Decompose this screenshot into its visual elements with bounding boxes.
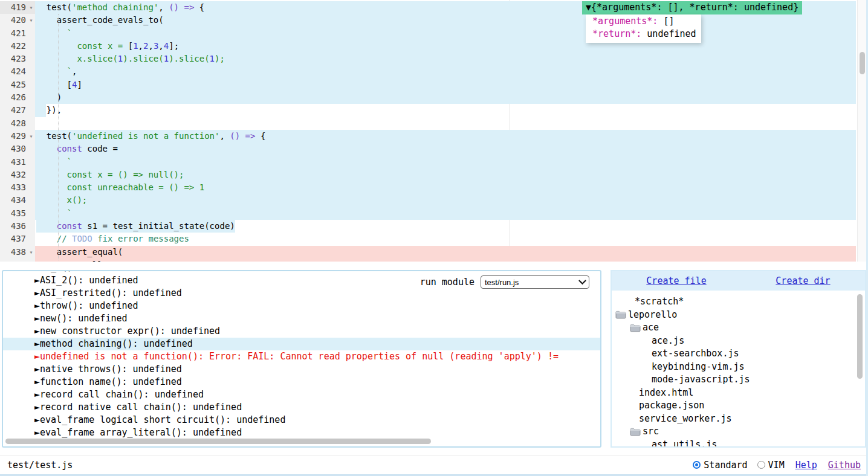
help-link[interactable]: Help bbox=[795, 460, 817, 471]
value-tooltip: ▼{*arguments*: [], *return*: undefined} … bbox=[582, 1, 802, 43]
tooltip-entry[interactable]: *arguments*: [] bbox=[587, 15, 696, 28]
line-number: 428 bbox=[0, 117, 35, 130]
expand-arrow-icon[interactable]: ► bbox=[34, 326, 40, 336]
expand-arrow-icon[interactable]: ► bbox=[34, 364, 40, 375]
run-module-value: test/run.js bbox=[485, 278, 580, 287]
expand-arrow-icon[interactable]: ► bbox=[34, 313, 40, 324]
test-result-item[interactable]: ►record call chain(): undefined bbox=[3, 388, 600, 401]
editor-vertical-scrollbar[interactable] bbox=[857, 0, 867, 262]
expand-arrow-icon[interactable]: ► bbox=[34, 351, 40, 362]
create-file-link[interactable]: Create file bbox=[646, 275, 706, 286]
test-result-item[interactable]: ►new(): undefined bbox=[3, 312, 600, 325]
expand-arrow-icon[interactable]: ► bbox=[34, 414, 40, 425]
expand-arrow-icon[interactable]: ► bbox=[34, 275, 40, 286]
test-result-item[interactable]: ►undefined is not a function(): Error: F… bbox=[3, 350, 600, 363]
test-result-item[interactable]: ►eval_frame array_literal(): undefined bbox=[3, 426, 600, 439]
code-line-content: x.slice(1).slice(1).slice(1); bbox=[35, 53, 856, 65]
fold-arrow-icon[interactable]: ▾ bbox=[27, 246, 35, 259]
code-line[interactable]: 426 ) bbox=[0, 91, 856, 104]
tree-file-item[interactable]: keybinding-vim.js bbox=[612, 361, 865, 374]
code-line[interactable]: 438▾ assert_equal( bbox=[0, 246, 856, 259]
test-result-item[interactable]: ►native throws(): undefined bbox=[3, 363, 600, 376]
run-module-select[interactable]: test/run.js bbox=[481, 275, 589, 289]
tree-folder-item[interactable]: src bbox=[612, 425, 865, 439]
test-result-item[interactable]: ►eval_frame logical short circuit(): und… bbox=[3, 414, 600, 426]
tree-item-label: *scratch* bbox=[635, 295, 684, 309]
run-module-control: run module test/run.js bbox=[420, 275, 589, 289]
mode-option-standard[interactable]: Standard bbox=[693, 460, 747, 471]
tree-folder-item[interactable]: ace bbox=[612, 321, 865, 335]
tree-file-item[interactable]: ace.js bbox=[612, 335, 865, 348]
code-line-content bbox=[35, 117, 856, 130]
code-line[interactable]: 439 s1.calltree bbox=[0, 259, 856, 262]
code-editor[interactable]: 419▾ test('method chaining', () => {420▾… bbox=[0, 0, 868, 262]
test-result-item[interactable]: ►throw(): undefined bbox=[3, 300, 600, 312]
line-number: 426 bbox=[0, 91, 35, 104]
line-number: 430 bbox=[0, 143, 35, 155]
tooltip-entry[interactable]: *return*: undefined bbox=[587, 28, 696, 41]
code-line[interactable]: 428 bbox=[0, 117, 856, 130]
code-line[interactable]: 431 ` bbox=[0, 156, 856, 169]
expand-arrow-icon[interactable]: ► bbox=[34, 338, 40, 349]
mode-option-vim[interactable]: VIM bbox=[757, 460, 785, 471]
tree-file-item[interactable]: ast_utils.js bbox=[612, 439, 865, 448]
line-number: 431 bbox=[0, 156, 35, 169]
code-line[interactable]: 437 // TODO fix error messages bbox=[0, 233, 856, 245]
tree-file-item[interactable]: ext-searchbox.js bbox=[612, 347, 865, 361]
test-result-item[interactable]: ►function name(): undefined bbox=[3, 376, 600, 388]
radio-button[interactable] bbox=[693, 461, 701, 469]
code-line[interactable]: 436 const s1 = test_initial_state(code) bbox=[0, 220, 856, 233]
expand-arrow-icon[interactable]: ► bbox=[34, 427, 40, 438]
current-file: test/test.js bbox=[7, 460, 73, 471]
create-dir-link[interactable]: Create dir bbox=[776, 275, 830, 286]
test-results-list: ►ASI_2(): undefined►ASI_restrited(): und… bbox=[3, 274, 600, 439]
code-line[interactable]: 433 const unreachable = () => 1 bbox=[0, 181, 856, 194]
horizontal-scrollbar[interactable] bbox=[5, 439, 595, 445]
test-result-item[interactable]: ►new constructor expr(): undefined bbox=[3, 325, 600, 338]
test-result-item[interactable]: ►method chaining(): undefined bbox=[3, 338, 600, 350]
tooltip-header[interactable]: ▼{*arguments*: [], *return*: undefined} bbox=[582, 1, 802, 14]
tree-item-label: ast_utils.js bbox=[652, 439, 717, 448]
fold-arrow-icon[interactable]: ▾ bbox=[27, 130, 35, 143]
scrollbar-thumb[interactable] bbox=[860, 52, 865, 74]
fold-arrow-icon[interactable]: ▾ bbox=[27, 1, 35, 14]
code-line[interactable]: 432 const x = () => null(); bbox=[0, 169, 856, 181]
code-line[interactable]: 430 const code = bbox=[0, 143, 856, 155]
tree-file-item[interactable]: index.html bbox=[612, 387, 865, 400]
code-line[interactable]: 424 `, bbox=[0, 65, 856, 78]
fold-arrow-icon[interactable]: ▾ bbox=[27, 14, 35, 27]
github-link[interactable]: Github bbox=[828, 460, 861, 471]
expand-arrow-icon[interactable]: ► bbox=[34, 288, 40, 298]
tree-item-label: leporello bbox=[628, 309, 677, 322]
code-line[interactable]: 434 x(); bbox=[0, 194, 856, 207]
line-number: 434 bbox=[0, 194, 35, 207]
tree-folder-item[interactable]: leporello bbox=[612, 309, 865, 322]
expand-arrow-icon[interactable]: ► bbox=[34, 389, 40, 400]
keybinding-modes: StandardVIM bbox=[693, 460, 784, 471]
tree-file-item[interactable]: service_worker.js bbox=[612, 413, 865, 426]
code-line[interactable]: 429▾ test('undefined is not a function',… bbox=[0, 130, 856, 143]
expand-arrow-icon[interactable]: ► bbox=[34, 300, 40, 311]
line-number: 438▾ bbox=[0, 246, 35, 259]
line-number: 439 bbox=[0, 259, 35, 262]
scrollbar-thumb[interactable] bbox=[5, 439, 431, 444]
line-number: 422 bbox=[0, 40, 35, 53]
code-line[interactable]: 425 [4] bbox=[0, 79, 856, 91]
radio-button[interactable] bbox=[757, 461, 765, 469]
test-result-item[interactable]: ►record native call chain(): undefined bbox=[3, 401, 600, 414]
code-line-content: const code = bbox=[35, 143, 856, 155]
tree-file-item[interactable]: mode-javascript.js bbox=[612, 373, 865, 387]
test-result-item[interactable]: ►ASI_restrited(): undefined bbox=[3, 287, 600, 300]
code-line[interactable]: 435 ` bbox=[0, 207, 856, 220]
file-tree-scrollbar[interactable] bbox=[856, 292, 864, 445]
tree-file-item[interactable]: *scratch* bbox=[612, 295, 865, 309]
expand-arrow-icon[interactable]: ► bbox=[34, 402, 40, 413]
code-line[interactable]: 423 x.slice(1).slice(1).slice(1); bbox=[0, 53, 856, 65]
code-line[interactable]: 427 }), bbox=[0, 104, 856, 117]
tree-file-item[interactable]: package.json bbox=[612, 399, 865, 413]
scrollbar-thumb[interactable] bbox=[857, 294, 863, 379]
line-number: 433 bbox=[0, 181, 35, 194]
expand-arrow-icon[interactable]: ► bbox=[34, 376, 40, 387]
file-panel-header: Create file Create dir bbox=[612, 271, 865, 291]
file-tree-panel: Create file Create dir *scratch*leporell… bbox=[611, 270, 866, 448]
